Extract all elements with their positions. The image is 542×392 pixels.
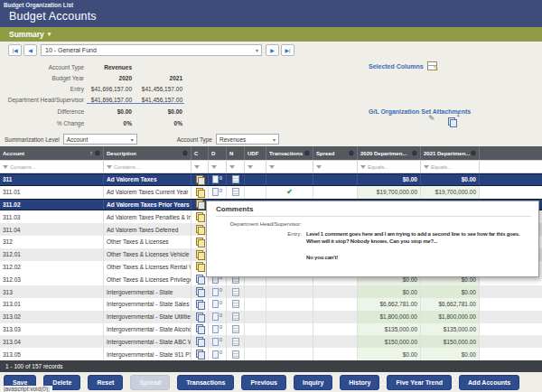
cell-2020[interactable]: $150,000.00 (358, 335, 421, 348)
document-icon[interactable] (212, 350, 219, 359)
cell-description[interactable]: Ad Valorem Taxes Deferred (104, 223, 192, 236)
column-header-d[interactable]: D (209, 146, 227, 160)
filter-2021[interactable]: Equals... (421, 160, 480, 173)
edit-attachment-icon[interactable]: ✎ (428, 114, 435, 123)
cell-2021[interactable]: $19,700,000.00 (421, 186, 480, 199)
filter-icon[interactable] (194, 165, 200, 169)
comment-icon[interactable] (196, 300, 204, 309)
filter-transactions[interactable] (266, 160, 313, 173)
comments-cell[interactable] (192, 186, 209, 199)
document-icon[interactable] (212, 300, 219, 308)
cell-2021[interactable]: $135,000.00 (421, 323, 480, 336)
comments-cell[interactable] (192, 298, 209, 311)
filter-icon[interactable] (229, 165, 235, 169)
gear-icon[interactable]: ⚙ (471, 150, 476, 157)
cell-description[interactable]: Intergovernmental - State 911 PSAP (104, 348, 192, 360)
comment-icon[interactable] (196, 275, 204, 284)
five-year-trend-button[interactable]: Five Year Trend (387, 375, 452, 390)
filter-icon[interactable] (107, 165, 112, 169)
column-header-n[interactable]: N (227, 146, 245, 160)
filter-spread[interactable] (313, 160, 358, 173)
note-icon[interactable] (232, 188, 239, 196)
cell-2021[interactable]: $0.00 (421, 174, 480, 185)
gear-icon[interactable]: ⚙ (95, 150, 100, 157)
comments-cell[interactable] (192, 335, 209, 348)
notes-cell[interactable] (227, 298, 245, 311)
cell-2020[interactable]: $135,000.00 (358, 323, 421, 336)
table-row[interactable]: 313.04 Intergovernmental - State ABC Wa.… (0, 335, 542, 348)
table-row[interactable]: 313.05 Intergovernmental - State 911 PSA… (0, 348, 542, 360)
filter-icon[interactable] (248, 165, 253, 169)
column-header-2021[interactable]: 2021 Departmen... ⚙ (421, 146, 480, 160)
cell-2021[interactable]: $0.00 (421, 348, 480, 360)
filter-icon[interactable] (424, 165, 429, 169)
cell-2020[interactable]: $19,700,000.00 (358, 186, 421, 199)
comments-cell[interactable] (192, 323, 209, 336)
attachment-copy-icon[interactable] (448, 117, 456, 126)
filter-c[interactable] (192, 160, 209, 173)
document-icon[interactable] (212, 313, 219, 321)
summary-section-header[interactable]: Summary ▾ (0, 27, 542, 42)
notes-cell[interactable] (227, 348, 245, 360)
note-icon[interactable] (232, 325, 239, 333)
history-button[interactable]: History (340, 375, 379, 390)
cell-account[interactable]: 313.03 (0, 323, 104, 336)
comment-icon[interactable] (196, 212, 204, 221)
note-icon[interactable] (232, 300, 239, 308)
column-header-udf[interactable]: UDF (245, 146, 266, 160)
filter-2020[interactable]: Equals... (358, 160, 421, 173)
cell-account[interactable]: 312.01 (0, 248, 104, 261)
comment-icon[interactable] (196, 175, 204, 184)
cell-account[interactable]: 313.01 (0, 298, 104, 311)
detail-cell[interactable]: 0 (209, 348, 227, 360)
filter-description[interactable]: Contains... (104, 160, 192, 173)
cell-account[interactable]: 311.02 (0, 200, 104, 210)
cell-account[interactable]: 312.03 (0, 273, 104, 285)
note-icon[interactable] (232, 338, 239, 346)
comment-icon[interactable] (196, 262, 204, 271)
add-accounts-button[interactable]: Add Accounts (459, 375, 519, 390)
gear-icon[interactable]: ⚙ (349, 150, 354, 157)
comment-icon[interactable] (196, 238, 204, 247)
cell-2021[interactable]: $1,800,000.00 (421, 311, 480, 323)
column-header-spread[interactable]: Spread ⚙ (313, 146, 358, 160)
gear-icon[interactable]: ⚙ (304, 150, 310, 157)
next-record-button[interactable]: ▶ (266, 44, 279, 56)
comment-icon[interactable] (196, 350, 204, 359)
cell-description[interactable]: Other Taxes & Licenses (104, 236, 192, 248)
cell-2020[interactable]: $0.00 (358, 348, 421, 360)
comment-icon[interactable] (196, 250, 204, 259)
attachment-copies[interactable]: 1 (448, 114, 460, 130)
previous-button[interactable]: Previous (241, 375, 286, 390)
cell-description[interactable]: Ad Valorem Taxes Current Year (104, 186, 192, 199)
filter-icon[interactable] (269, 165, 275, 169)
reset-button[interactable]: Reset (88, 375, 123, 390)
filter-d[interactable] (209, 160, 227, 173)
detail-cell[interactable]: 0 (209, 186, 227, 199)
cell-account[interactable]: 311.01 (0, 186, 104, 199)
cell-account[interactable]: 313.04 (0, 335, 104, 348)
cell-2020[interactable]: $1,800,000.00 (358, 311, 421, 323)
cell-account[interactable]: 312 (0, 236, 104, 248)
organization-select[interactable]: 10 - General Fund ▾ (41, 44, 262, 56)
comment-icon[interactable] (196, 324, 204, 333)
document-icon[interactable] (212, 338, 219, 346)
document-icon[interactable] (212, 288, 219, 296)
summarization-level-select[interactable]: Account ▾ (63, 134, 137, 145)
note-icon[interactable] (232, 313, 239, 321)
cell-account[interactable]: 311.04 (0, 223, 104, 236)
detail-cell[interactable]: 0 (209, 323, 227, 336)
cell-description[interactable]: Ad Valorem Taxes (104, 174, 192, 185)
column-header-2020[interactable]: 2020 Departmen... ⚙ (358, 146, 421, 160)
filter-icon[interactable] (3, 165, 8, 169)
comment-icon[interactable] (196, 337, 204, 346)
detail-cell[interactable]: 0 (209, 285, 227, 298)
document-icon[interactable] (212, 188, 219, 196)
notes-cell[interactable] (227, 186, 245, 199)
account-type-select[interactable]: Revenues ▾ (216, 134, 279, 145)
filter-icon[interactable] (360, 165, 366, 169)
notes-cell[interactable] (227, 323, 245, 336)
detail-cell[interactable]: 0 (209, 335, 227, 348)
cell-account[interactable]: 312.02 (0, 261, 104, 274)
cell-account[interactable]: 311 (0, 174, 104, 185)
